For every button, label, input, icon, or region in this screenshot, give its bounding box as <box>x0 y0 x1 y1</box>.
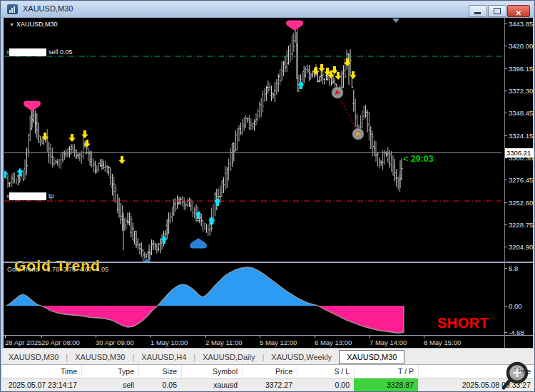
price-tick <box>504 158 507 158</box>
terminal-cell: 0.00 <box>297 378 354 391</box>
tp-line-label: tp <box>49 192 54 200</box>
indicator-scale-label: -4.68 <box>509 329 524 336</box>
down-arrow-icon <box>318 64 325 72</box>
time-tick <box>205 336 206 338</box>
symbol-dropdown-icon[interactable]: ▼ <box>9 22 14 27</box>
chart-tab[interactable]: XAUUSD,M30 <box>68 351 132 364</box>
price-scale-label: 3204.90 <box>509 243 533 251</box>
time-axis-label: 2 May 11:00 <box>205 339 243 346</box>
current-price-box: 3306.21 <box>505 148 535 158</box>
minimize-icon <box>474 12 481 14</box>
terminal-header-cell[interactable]: Size <box>138 365 181 378</box>
terminal-cell: 2025.05.08 09:33:27 <box>418 378 535 391</box>
close-button[interactable]: ✕ <box>507 5 530 17</box>
price-scale-label: 3348.45 <box>509 109 533 117</box>
price-scale-divider <box>504 18 505 348</box>
price-tick <box>504 135 507 136</box>
time-axis-label: 28 Apr 2025 <box>5 339 41 346</box>
down-arrow-icon <box>335 72 342 80</box>
time-tick <box>96 336 96 338</box>
time-tick <box>151 336 151 338</box>
minimize-button[interactable] <box>469 5 487 17</box>
chart-tab[interactable]: XAUUSD,Weekly <box>264 351 339 364</box>
price-tick <box>504 68 507 69</box>
price-scale-label: 3420.00 <box>509 42 533 50</box>
down-arrow-icon <box>350 71 357 79</box>
sell-signal-thumb-icon <box>24 101 41 112</box>
maximize-button[interactable] <box>488 5 506 17</box>
time-tick <box>41 336 42 338</box>
terminal-header-cell[interactable]: Time <box>418 365 535 378</box>
down-arrow-icon <box>118 156 126 164</box>
chart-tab-bar[interactable]: XAUUSD,M30|XAUUSD,M30|XAUUSD,H4|XAUUSD,D… <box>1 348 535 365</box>
price-tick <box>504 46 507 46</box>
chart-tab[interactable]: XAUUSD,H4 <box>134 351 193 364</box>
price-tick <box>504 91 507 91</box>
buy-signal-thumb-icon <box>138 259 156 269</box>
price-scale-label: 3324.15 <box>509 132 533 140</box>
time-axis-label: 1 May 10:00 <box>151 339 188 346</box>
time-tick <box>424 336 424 338</box>
terminal-cell: sell <box>81 378 138 391</box>
chart-tab[interactable]: XAUUSD,Daily <box>195 351 262 364</box>
indicator-scale-label: 6.8 <box>509 264 518 272</box>
time-axis-label: 7 May 14:00 <box>370 339 407 346</box>
terminal-cell: 3372.27 <box>242 378 297 391</box>
indicator-area-positive <box>6 267 404 333</box>
price-tick <box>504 202 507 203</box>
price-scale-label: 3228.75 <box>509 221 533 229</box>
time-axis-label: 29 Apr 08:00 <box>41 339 80 346</box>
chart-area[interactable]: ▼XAUUSD,M30 # sell 0.05 # tp < 29:03 Gol… <box>4 18 533 348</box>
price-scale-label: 3372.30 <box>509 87 533 95</box>
price-tick <box>504 113 507 113</box>
indicator-tick <box>504 306 507 306</box>
time-axis-label: 5 May 12:00 <box>260 339 297 346</box>
terminal-header-row: TimeTypeSizeSymbolPriceS / LT / PTime <box>1 365 535 378</box>
price-chart-layer <box>6 29 402 261</box>
restore-icon <box>494 8 501 14</box>
terminal-header-cell[interactable]: Symbol <box>181 365 242 378</box>
tp-value-highlighted: 3328.87 <box>354 378 418 391</box>
time-tick <box>260 336 260 338</box>
application-window: XAUUSD,M30 ✕ ▼XAUUSD,M30 # sell 0.05 # t… <box>0 0 535 392</box>
terminal-cell: xauusd <box>181 378 242 391</box>
main-chart-svg[interactable] <box>4 18 533 348</box>
terminal-header-cell[interactable]: Time <box>1 365 81 378</box>
time-tick <box>370 336 370 338</box>
terminal-cell: 0.05 <box>138 378 181 391</box>
title-bar[interactable]: XAUUSD,M30 ✕ <box>1 1 534 18</box>
terminal-header-cell[interactable]: T / P <box>354 365 418 378</box>
up-arrow-icon <box>208 217 215 225</box>
signal-text: SHORT <box>437 315 489 331</box>
time-axis-label: 8 May 15:00 <box>424 339 461 346</box>
terminal-trade-row[interactable]: 2025.05.07 23:14:17sell0.05xauusd3372.27… <box>1 378 535 391</box>
window-title: XAUUSD,M30 <box>23 4 73 13</box>
window-icon <box>7 4 18 14</box>
time-axis-label: 30 Apr 09:00 <box>96 339 134 346</box>
sell-order-redacted-box <box>9 48 46 56</box>
sell-signal-thumb-icon <box>286 21 303 31</box>
down-arrow-icon <box>68 134 76 142</box>
price-scale-label: 3443.85 <box>509 20 533 28</box>
down-arrow-icon <box>81 130 88 138</box>
terminal-header-cell[interactable]: S / L <box>297 365 354 378</box>
chart-shift-triangle-icon[interactable] <box>392 19 399 23</box>
trade-point-marker <box>352 128 364 140</box>
buy-signal-thumb-icon <box>190 238 207 249</box>
chart-symbol-label[interactable]: ▼XAUUSD,M30 <box>9 21 57 28</box>
trade-point-marker <box>332 87 343 98</box>
window-separator[interactable] <box>4 262 533 263</box>
terminal-panel[interactable]: TimeTypeSizeSymbolPriceS / LT / PTime 20… <box>1 364 535 392</box>
price-tick <box>504 247 507 247</box>
chart-tab[interactable]: XAUUSD,M30 <box>1 351 66 364</box>
chart-tab[interactable]: XAUUSD,M30 <box>339 350 404 364</box>
indicator-scale-label: 0.00 <box>509 302 522 310</box>
price-scale-label: 3252.60 <box>509 199 533 207</box>
terminal-header-cell[interactable]: Price <box>242 365 297 378</box>
price-scale-label: 3276.45 <box>509 176 533 184</box>
terminal-header-cell[interactable]: Type <box>81 365 138 378</box>
time-axis-label: 6 May 13:00 <box>315 339 352 346</box>
candle-countdown-timer: < 29:03 <box>403 154 434 164</box>
indicator-bottom-separator <box>4 335 533 336</box>
tp-order-redacted-box <box>9 192 46 200</box>
